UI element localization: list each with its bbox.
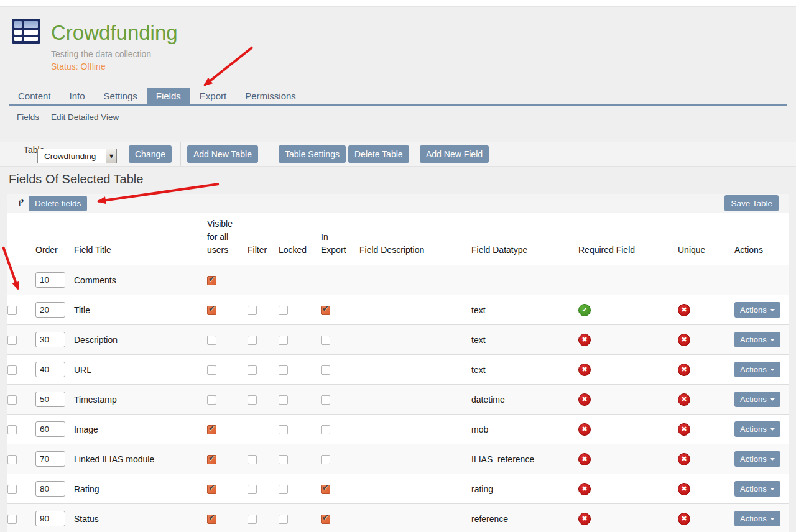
save-table-button[interactable]: Save Table [724,195,779,211]
order-input[interactable] [35,421,65,437]
visible-checkbox[interactable] [207,336,216,345]
actions-button-label: Actions [740,454,767,464]
tab-permissions[interactable]: Permissions [236,88,305,104]
column-header-field-description: Field Description [359,213,471,265]
filter-checkbox[interactable] [248,306,257,315]
field-datatype: mob [471,415,578,444]
actions-button-label: Actions [740,424,767,434]
field-title: URL [74,355,207,385]
actions-button[interactable]: Actions [734,362,780,377]
row-select-checkbox[interactable] [7,515,17,524]
visible-checkbox[interactable] [207,485,216,494]
required-no-icon: ✖ [578,364,591,376]
tab-content[interactable]: Content [9,88,60,104]
column-header-actions: Actions [734,213,789,265]
filter-checkbox[interactable] [248,395,257,405]
locked-checkbox[interactable] [279,336,288,345]
visible-checkbox[interactable] [207,306,216,315]
actions-button[interactable]: Actions [734,392,780,407]
actions-button[interactable]: Actions [734,451,780,467]
locked-checkbox[interactable] [279,425,288,434]
required-yes-icon: ✔ [578,304,591,316]
locked-checkbox[interactable] [279,365,288,375]
order-input[interactable] [35,362,65,377]
visible-checkbox[interactable] [207,395,216,405]
in-export-checkbox[interactable] [321,515,330,524]
fields-tbody: Comments Title text ✔ ✖ Actions Descript… [7,265,789,532]
in-export-checkbox[interactable] [321,485,330,494]
subtab-edit-detailed-view[interactable]: Edit Detailed View [51,112,119,122]
actions-button[interactable]: Actions [734,511,780,526]
visible-checkbox[interactable] [207,365,216,375]
filter-checkbox[interactable] [248,485,257,494]
actions-button[interactable]: Actions [734,332,780,347]
in-export-checkbox[interactable] [321,455,330,464]
column-header-select [7,213,35,265]
actions-button[interactable]: Actions [734,302,780,318]
row-select-checkbox[interactable] [7,336,17,345]
status-text: Status: Offline [51,62,106,71]
order-input[interactable] [35,272,65,288]
field-title: Timestamp [74,385,207,415]
locked-checkbox[interactable] [279,306,288,315]
add-new-field-button[interactable]: Add New Field [420,145,489,163]
order-input[interactable] [35,511,65,526]
filter-checkbox[interactable] [248,336,257,345]
filter-checkbox[interactable] [248,365,257,375]
row-select-checkbox[interactable] [7,455,17,464]
order-input[interactable] [35,392,65,407]
fields-table: Order Field Title Visible for all users … [7,213,789,532]
table-select[interactable]: Crowdfunding ▼ [37,149,117,163]
row-select-checkbox[interactable] [7,395,17,405]
order-input[interactable] [35,451,65,467]
visible-checkbox[interactable] [207,425,216,434]
actions-button-label: Actions [740,514,767,523]
fields-table-toolbar: ↱ Delete fields Save Table [7,194,789,213]
visible-checkbox[interactable] [207,515,216,524]
visible-checkbox[interactable] [207,276,216,285]
add-new-table-button[interactable]: Add New Table [187,145,258,163]
change-button[interactable]: Change [129,145,172,163]
caret-down-icon [770,458,775,461]
tab-export[interactable]: Export [190,88,236,104]
actions-button-label: Actions [740,395,767,404]
in-export-checkbox[interactable] [321,336,330,345]
actions-button-label: Actions [740,305,767,314]
locked-checkbox[interactable] [279,395,288,405]
actions-button[interactable]: Actions [734,481,780,497]
order-input[interactable] [35,481,65,497]
locked-checkbox[interactable] [279,455,288,464]
in-export-checkbox[interactable] [321,425,330,434]
order-input[interactable] [35,332,65,347]
actions-button[interactable]: Actions [734,421,780,437]
in-export-checkbox[interactable] [321,306,330,315]
in-export-checkbox[interactable] [321,395,330,405]
filter-checkbox[interactable] [248,455,257,464]
row-select-checkbox[interactable] [7,485,17,494]
section-heading: Fields Of Selected Table [9,172,143,186]
subtab-fields[interactable]: Fields [17,112,39,122]
unique-no-icon: ✖ [678,423,690,436]
select-dropdown-icon[interactable]: ▼ [106,149,116,163]
row-select-checkbox[interactable] [7,425,17,434]
delete-table-button[interactable]: Delete Table [348,145,409,163]
table-row: URL text ✖ ✖ Actions [7,355,789,385]
locked-checkbox[interactable] [279,485,288,494]
table-toolbar: Table Crowdfunding ▼ Change Add New Tabl… [0,142,796,167]
visible-checkbox[interactable] [207,455,216,464]
tab-fields[interactable]: Fields [147,88,190,104]
data-collection-icon [12,19,40,44]
tab-info[interactable]: Info [60,88,95,104]
row-select-checkbox[interactable] [7,306,17,315]
tab-settings[interactable]: Settings [95,88,147,104]
table-settings-button[interactable]: Table Settings [279,145,346,163]
tab-bar: Content Info Settings Fields Export Perm… [9,88,305,104]
field-description [359,265,471,295]
locked-checkbox[interactable] [279,515,288,524]
delete-fields-button[interactable]: Delete fields [29,196,87,211]
tab-underline [9,104,787,106]
row-select-checkbox[interactable] [7,365,17,375]
in-export-checkbox[interactable] [321,365,330,375]
filter-checkbox[interactable] [248,515,257,524]
order-input[interactable] [35,302,65,318]
